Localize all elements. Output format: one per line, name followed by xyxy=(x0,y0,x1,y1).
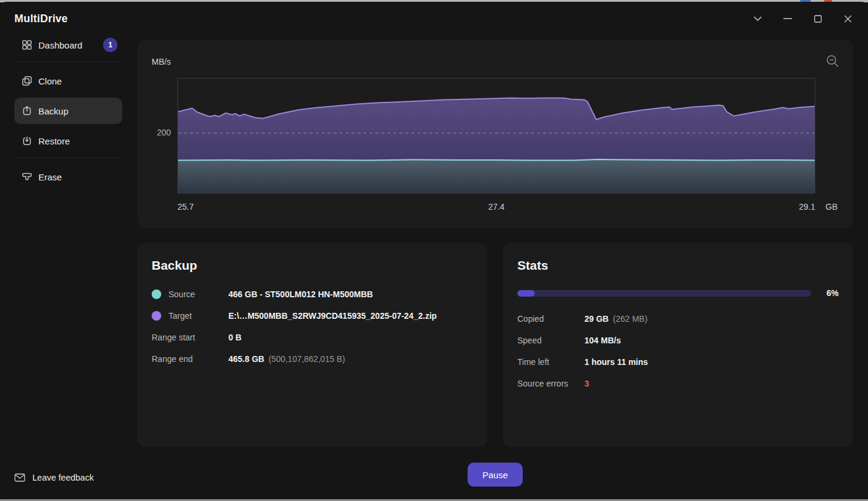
range-end-value: 465.8 GB xyxy=(228,354,264,364)
range-end-row: Range end 465.8 GB (500,107,862,015 B) xyxy=(152,353,473,365)
source-errors-value: 3 xyxy=(584,379,589,388)
sidebar-item-label: Erase xyxy=(38,172,62,182)
sidebar-item-restore[interactable]: Restore xyxy=(14,128,122,154)
backup-card-title: Backup xyxy=(152,258,473,273)
sidebar-item-backup[interactable]: Backup xyxy=(14,98,122,124)
leave-feedback-button[interactable]: Leave feedback xyxy=(14,473,94,482)
sidebar-item-erase[interactable]: Erase xyxy=(14,164,122,190)
chart-plot-area[interactable] xyxy=(177,78,815,194)
y-axis-tick-200: 200 xyxy=(137,128,171,137)
target-row: Target E:\…M500MBB_S2RWJ9CD415935_2025-0… xyxy=(152,310,473,322)
sidebar-item-clone[interactable]: Clone xyxy=(14,68,122,94)
y-axis-unit-label: MB/s xyxy=(152,57,171,67)
x-axis-unit-label: GB xyxy=(825,202,837,212)
maximize-icon xyxy=(814,15,822,23)
time-left-value: 1 hours 11 mins xyxy=(584,357,648,367)
titlebar: MultiDrive xyxy=(0,2,868,34)
sidebar-item-label: Backup xyxy=(38,106,68,116)
throughput-chart-card: MB/s 200 25.7 27.4 29.1 GB xyxy=(137,40,853,228)
close-icon xyxy=(844,15,852,23)
app-title: MultiDrive xyxy=(14,13,68,25)
target-value: E:\…M500MBB_S2RWJ9CD415935_2025-07-24_2.… xyxy=(228,311,437,321)
progress-percent-label: 6% xyxy=(827,288,839,298)
source-value: 466 GB - ST500LM012 HN-M500MBB xyxy=(228,289,373,299)
minimize-icon xyxy=(783,18,792,19)
speed-value: 104 MB/s xyxy=(584,336,621,345)
sidebar-divider xyxy=(14,158,122,158)
speed-label: Speed xyxy=(517,336,584,345)
sidebar: Dashboard 1 Clone Backup xyxy=(0,32,125,499)
source-color-dot xyxy=(152,289,161,299)
source-label-group: Source xyxy=(152,289,228,299)
copy-icon xyxy=(22,76,32,86)
source-errors-label: Source errors xyxy=(517,379,584,388)
copied-label: Copied xyxy=(517,314,584,324)
envelope-icon xyxy=(14,473,25,482)
sidebar-item-label: Dashboard xyxy=(38,40,82,50)
range-start-row: Range start 0 B xyxy=(152,331,473,343)
sidebar-item-label: Restore xyxy=(38,136,70,146)
time-left-row: Time left 1 hours 11 mins xyxy=(517,356,839,368)
range-end-bytes: (500,107,862,015 B) xyxy=(269,354,345,364)
sidebar-divider xyxy=(14,62,122,62)
x-axis-labels: 25.7 27.4 29.1 xyxy=(177,202,815,212)
app-window: MultiDrive Dashboard 1 xyxy=(0,2,868,499)
pause-button[interactable]: Pause xyxy=(468,463,523,487)
copied-secondary: (262 MB) xyxy=(613,314,647,324)
x-tick-mid: 27.4 xyxy=(488,202,504,212)
stats-card: Stats 6% Copied 29 GB (262 MB) Speed 104… xyxy=(503,243,853,447)
close-button[interactable] xyxy=(833,9,863,28)
source-label: Source xyxy=(168,289,195,299)
target-label: Target xyxy=(168,311,192,321)
minimize-button[interactable] xyxy=(773,9,803,28)
grid-icon xyxy=(22,40,32,50)
download-icon xyxy=(22,135,32,146)
maximize-button[interactable] xyxy=(803,9,833,28)
progress-row: 6% xyxy=(517,288,839,298)
feedback-label: Leave feedback xyxy=(32,473,94,482)
progress-fill xyxy=(517,290,535,297)
source-errors-row: Source errors 3 xyxy=(517,378,839,390)
stats-card-title: Stats xyxy=(517,258,839,273)
x-tick-end: 29.1 xyxy=(799,202,815,212)
time-left-label: Time left xyxy=(517,357,584,367)
target-color-dot xyxy=(152,311,161,321)
magnifier-minus-icon xyxy=(825,54,840,68)
dashboard-badge: 1 xyxy=(103,38,117,52)
eraser-icon xyxy=(22,171,32,182)
progress-bar xyxy=(517,290,811,297)
x-tick-start: 25.7 xyxy=(177,202,194,212)
copied-value: 29 GB xyxy=(584,314,608,324)
sidebar-item-label: Clone xyxy=(38,76,62,86)
menu-chevron-button[interactable] xyxy=(743,9,773,28)
sidebar-item-dashboard[interactable]: Dashboard 1 xyxy=(14,32,122,58)
copied-row: Copied 29 GB (262 MB) xyxy=(517,313,839,325)
chart-zoom-out-button[interactable] xyxy=(825,54,840,70)
range-start-value: 0 B xyxy=(228,333,242,342)
chevron-down-icon xyxy=(754,16,762,21)
range-start-label: Range start xyxy=(152,333,228,342)
speed-row: Speed 104 MB/s xyxy=(517,334,839,346)
throughput-chart-svg xyxy=(178,79,815,193)
backup-card: Backup Source 466 GB - ST500LM012 HN-M50… xyxy=(137,243,487,447)
source-row: Source 466 GB - ST500LM012 HN-M500MBB xyxy=(152,288,473,300)
range-end-label: Range end xyxy=(152,354,228,364)
target-label-group: Target xyxy=(152,311,228,321)
upload-icon xyxy=(22,105,32,116)
window-controls xyxy=(743,9,863,28)
